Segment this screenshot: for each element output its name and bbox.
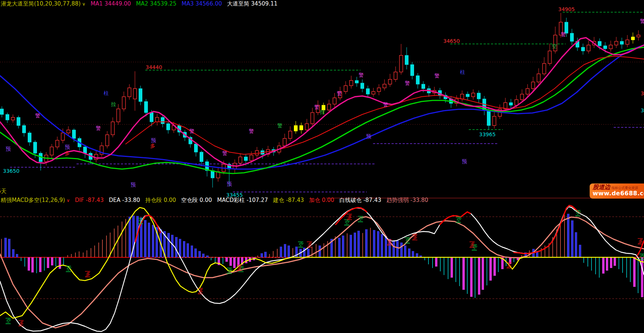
kongcangduan-value: 空仓段 0.00 [181,197,212,203]
svg-text:多: 多 [413,234,417,240]
signal-marker: 警 [222,150,227,156]
svg-text:空: 空 [345,220,350,225]
macd-signal-marker: 空 [6,318,11,324]
ma2-value: MA2 34539.25 [136,0,176,7]
price-label: 34440 [146,64,162,70]
signal-marker: 柱 [104,90,109,96]
jiacang-value: 加仓 0.00 [309,197,334,203]
macd-signal-marker: 空 [456,217,462,223]
svg-text:空: 空 [138,218,144,224]
signal-marker: 警 [561,31,566,37]
ma3-value: MA3 34566.00 [182,0,222,7]
svg-text:多: 多 [638,238,643,244]
signal-marker: 柱 [460,69,465,75]
macd-signal-marker: 多 [412,234,417,240]
macd-chart[interactable]: 空空空空空空空空空空空空空多多多多多多多多多多多 [0,205,644,333]
price-label: 34 [641,90,644,96]
qushiqiangruo-value: 趋势强弱 -33.80 [386,197,428,203]
macd-caizhu-value: MACD彩柱 -107.27 [217,197,268,203]
svg-text:多: 多 [470,242,475,247]
macd-signal-marker: 多 [387,240,392,245]
jiancang-value: 建仓 -87.43 [273,197,304,203]
macd-signal-marker: 空 [138,218,144,224]
svg-text:空: 空 [6,318,11,324]
macd-signal-marker: 空 [227,268,233,274]
signal-marker: 警 [96,125,101,131]
ma1-value: MA1 34449.00 [91,0,131,7]
svg-text:多: 多 [507,262,512,268]
signal-marker: 警 [249,128,254,134]
price-label: 33 [641,107,644,113]
macd-signal-marker: 空 [298,242,304,247]
signal-marker: 拉 [111,101,116,107]
indicator1-dropdown[interactable]: ∨ [82,1,85,7]
macd-line-red-rise [514,205,580,254]
signal-marker: 警 [359,72,364,78]
svg-text:多: 多 [347,214,352,220]
signal-marker: 警 [640,18,644,24]
signal-marker: 空 [552,43,557,49]
svg-text:空: 空 [405,238,411,243]
svg-text:多: 多 [198,288,203,294]
macd-signal-marker: 多 [506,262,512,268]
svg-text:空: 空 [456,217,462,223]
macd-line-salmon [0,217,644,328]
macd-signal-marker: 空 [405,238,411,243]
svg-text:多: 多 [85,271,90,277]
price-label: 33965 [479,131,496,137]
svg-text:多: 多 [237,265,242,271]
svg-text:多: 多 [307,242,312,247]
signal-marker: 多 [65,150,70,156]
signal-marker: 预 [65,144,70,150]
chicangduan-value: 持仓段 0.00 [145,197,176,203]
signal-marker: 预 [151,137,156,143]
chart-app-window: 潜龙大道至简(10,20,30,77,88)∨MA1 34449.00MA2 3… [0,0,644,333]
macd-signal-marker: 空 [344,220,350,225]
candles-layer [0,13,640,188]
svg-text:多: 多 [387,240,392,245]
macd-signal-marker: 空 [66,266,72,272]
macd-signal-marker: 多 [237,265,242,271]
macd-signal-marker: 多 [18,320,24,326]
signal-marker: 警 [405,80,410,86]
svg-text:空: 空 [66,266,72,272]
svg-text:空: 空 [358,216,364,222]
price-label: 34905 [558,6,575,12]
macd-line-red-rise [440,212,470,224]
signal-marker: 预 [227,181,232,187]
signal-marker: 警 [434,73,440,79]
signal-marker: 警 [277,123,282,128]
watermark-slogan: 指标公式量化资源 [611,186,638,190]
price-label: 33650 [3,168,20,174]
macd-signal-marker: 空 [575,210,581,216]
watermark-url: www.de6688.com [593,190,642,197]
signal-marker: 警 [35,113,40,119]
dea-value: DEA -33.80 [109,197,140,203]
macd-signal-marker: 多 [198,288,203,294]
svg-text:多: 多 [19,320,24,326]
svg-text:空: 空 [640,254,644,260]
signal-marker: 多 [150,143,155,149]
candlestick-panel-header: 潜龙大道至简(10,20,30,77,88)∨MA1 34449.00MA2 3… [1,0,644,7]
indicator2-dropdown[interactable]: ∨ [67,198,70,203]
macd-signal-marker: 空 [358,216,364,222]
signal-marker: 预 [366,133,372,139]
svg-text:空: 空 [227,268,233,274]
macd-signal-marker: 空 [639,254,644,260]
signal-marker: 预 [6,146,11,152]
macd-panel-header: 精强MACD多空(12,26,9)∨DIF -87.43DEA -33.80持仓… [1,197,326,205]
indicator2-title: 精强MACD多空(12,26,9) [1,197,65,203]
dif-value: DIF -87.43 [75,197,104,203]
dadaozhijian-value: 大道至简 34509.11 [227,0,277,7]
macd-signal-marker: 多 [470,242,475,247]
macd-signal-marker: 多 [307,242,312,247]
macd-histogram [1,214,642,298]
signal-marker: 拉 [320,109,325,115]
macd-signal-marker: 多 [347,214,352,220]
candlestick-chart[interactable]: 警警警警警警警警警警警警警警拉拉空柱柱预预预预预预预多多344403465034… [0,0,644,198]
signal-marker: 警 [337,90,342,96]
macd-line-yellow [0,207,644,318]
signal-marker: 预 [131,182,136,188]
baixianpocang-value: 白线破仓 -87.43 [339,197,381,203]
signal-marker: 预 [462,158,467,164]
